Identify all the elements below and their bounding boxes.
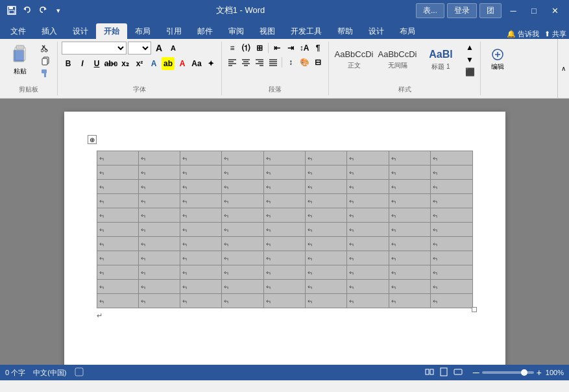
table-cell[interactable]: ↵	[263, 237, 305, 251]
change-case-button[interactable]: Aa	[190, 57, 203, 70]
table-cell[interactable]: ↵	[263, 151, 305, 165]
copy-button[interactable]	[38, 55, 53, 67]
table-cell[interactable]: ↵	[138, 265, 180, 280]
table-cell[interactable]: ↵	[431, 223, 472, 237]
table-cell[interactable]: ↵	[431, 294, 472, 308]
tab-help[interactable]: 帮助	[330, 23, 361, 39]
table-cell[interactable]: ↵	[306, 294, 347, 308]
table-cell[interactable]: ↵	[347, 223, 389, 237]
styles-scroll-up[interactable]: ▲	[463, 42, 476, 54]
table-cell[interactable]: ↵	[389, 265, 430, 280]
table-cell[interactable]: ↵	[97, 151, 138, 165]
table-cell[interactable]: ↵	[180, 165, 222, 180]
decrease-indent-button[interactable]: ⇤	[271, 42, 284, 55]
table-cell[interactable]: ↵	[389, 280, 430, 294]
table-cell[interactable]: ↵	[222, 280, 263, 294]
table-cell[interactable]: ↵	[347, 294, 389, 308]
table-cell[interactable]: ↵	[347, 194, 389, 208]
tab-review[interactable]: 审阅	[221, 23, 252, 39]
share-button[interactable]: ⬆ 共享	[544, 29, 566, 39]
editing-button[interactable]: 编辑	[485, 42, 511, 77]
table-cell[interactable]: ↵	[222, 165, 263, 180]
table-cell[interactable]: ↵	[180, 294, 222, 308]
table-cell[interactable]: ↵	[389, 180, 430, 194]
superscript-button[interactable]: x²	[133, 57, 146, 70]
table-cell[interactable]: ↵	[263, 251, 305, 265]
table-cell[interactable]: ↵	[431, 237, 472, 251]
table-cell[interactable]: ↵	[347, 165, 389, 180]
undo-button[interactable]	[21, 4, 34, 17]
table-cell[interactable]: ↵	[306, 237, 347, 251]
table-cell[interactable]: ↵	[431, 165, 472, 180]
share-tab-button[interactable]: 表...	[416, 3, 444, 18]
table-cell[interactable]: ↵	[97, 237, 138, 251]
table-cell[interactable]: ↵	[222, 237, 263, 251]
strikethrough-button[interactable]: abc	[104, 57, 117, 70]
table-cell[interactable]: ↵	[138, 280, 180, 294]
table-cell[interactable]: ↵	[347, 265, 389, 280]
table-cell[interactable]: ↵	[431, 265, 472, 280]
table-cell[interactable]: ↵	[180, 251, 222, 265]
table-cell[interactable]: ↵	[306, 194, 347, 208]
table-cell[interactable]: ↵	[222, 251, 263, 265]
border-button[interactable]: ⊟	[311, 56, 324, 69]
shading-button[interactable]: 🎨	[298, 56, 311, 69]
table-cell[interactable]: ↵	[97, 294, 138, 308]
table-cell[interactable]: ↵	[138, 223, 180, 237]
increase-font-button[interactable]: A	[152, 42, 165, 55]
table-cell[interactable]: ↵	[431, 208, 472, 223]
customize-qa-button[interactable]: ▾	[52, 4, 65, 17]
bullet-list-button[interactable]: ≡	[226, 42, 239, 55]
table-cell[interactable]: ↵	[263, 265, 305, 280]
align-center-button[interactable]	[239, 56, 252, 69]
align-right-button[interactable]	[253, 56, 266, 69]
table-cell[interactable]: ↵	[347, 180, 389, 194]
table-cell[interactable]: ↵	[138, 251, 180, 265]
restore-button[interactable]: □	[525, 3, 543, 18]
table-move-handle[interactable]: ⊕	[88, 135, 97, 144]
table-cell[interactable]: ↵	[222, 294, 263, 308]
table-cell[interactable]: ↵	[180, 223, 222, 237]
increase-indent-button[interactable]: ⇥	[284, 42, 297, 55]
text-highlight-button[interactable]: ab	[162, 57, 175, 70]
table-cell[interactable]: ↵	[97, 208, 138, 223]
table-cell[interactable]: ↵	[180, 151, 222, 165]
zoom-out-button[interactable]: ─	[473, 368, 479, 377]
cut-button[interactable]	[38, 43, 53, 55]
font-color-button[interactable]: A	[176, 57, 189, 70]
tab-references[interactable]: 引用	[158, 23, 189, 39]
table-cell[interactable]: ↵	[222, 223, 263, 237]
zoom-in-button[interactable]: +	[537, 368, 542, 377]
table-cell[interactable]: ↵	[306, 208, 347, 223]
font-name-select[interactable]	[62, 42, 127, 55]
table-cell[interactable]: ↵	[431, 151, 472, 165]
text-effect-button[interactable]: A	[147, 57, 160, 70]
table-cell[interactable]: ↵	[180, 237, 222, 251]
table-cell[interactable]: ↵	[97, 280, 138, 294]
table-cell[interactable]: ↵	[263, 294, 305, 308]
tab-view[interactable]: 视图	[252, 23, 283, 39]
table-cell[interactable]: ↵	[306, 165, 347, 180]
decrease-font-button[interactable]: A	[167, 42, 180, 55]
sort-button[interactable]: ↕A	[298, 42, 311, 55]
format-painter-button[interactable]	[38, 67, 53, 79]
table-cell[interactable]: ↵	[389, 165, 430, 180]
table-cell[interactable]: ↵	[263, 165, 305, 180]
style-normal[interactable]: AaBbCcDi 正文	[333, 40, 375, 79]
table-cell[interactable]: ↵	[389, 251, 430, 265]
table-cell[interactable]: ↵	[347, 251, 389, 265]
print-layout-button[interactable]	[439, 367, 448, 378]
table-cell[interactable]: ↵	[222, 194, 263, 208]
font-size-select[interactable]	[128, 42, 151, 55]
minimize-button[interactable]: ─	[504, 3, 522, 18]
tab-file[interactable]: 文件	[3, 23, 34, 39]
login-button[interactable]: 登录	[447, 3, 477, 18]
tab-table-design[interactable]: 设计	[361, 23, 392, 39]
tab-developer[interactable]: 开发工具	[283, 23, 330, 39]
table-cell[interactable]: ↵	[263, 180, 305, 194]
table-cell[interactable]: ↵	[389, 237, 430, 251]
italic-button[interactable]: I	[76, 57, 89, 70]
underline-button[interactable]: U	[90, 57, 103, 70]
table-cell[interactable]: ↵	[180, 180, 222, 194]
table-cell[interactable]: ↵	[138, 294, 180, 308]
